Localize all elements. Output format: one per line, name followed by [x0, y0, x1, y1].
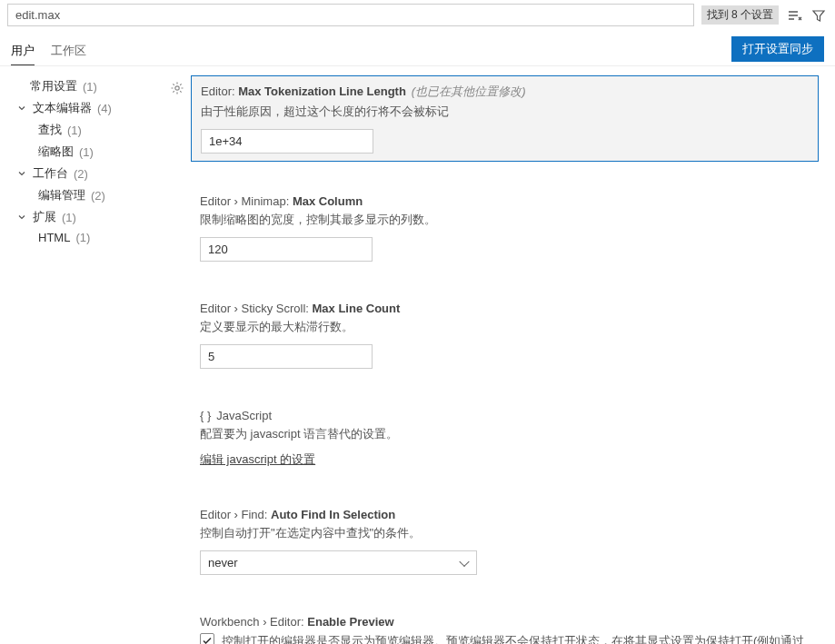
- setting-description: 由于性能原因，超过这个长度的行将不会被标记: [201, 104, 809, 120]
- max-tokenization-input[interactable]: [201, 129, 373, 154]
- braces-icon: { }: [200, 409, 211, 422]
- gear-icon[interactable]: [170, 81, 184, 162]
- minimap-max-column-input[interactable]: [200, 237, 373, 262]
- open-settings-sync-button[interactable]: 打开设置同步: [731, 36, 824, 62]
- sidebar-item-find[interactable]: 查找 (1): [0, 119, 164, 141]
- search-input[interactable]: [7, 4, 694, 26]
- setting-minimap-max-column: Editor › Minimap: Max Column 限制缩略图的宽度，控制…: [164, 187, 819, 269]
- tab-workspace[interactable]: 工作区: [51, 37, 86, 65]
- sidebar-item-extensions[interactable]: 扩展 (1): [0, 206, 164, 228]
- auto-find-select[interactable]: [200, 550, 477, 575]
- chevron-down-icon: [16, 103, 29, 114]
- enable-preview-checkbox[interactable]: [200, 633, 214, 644]
- edit-javascript-link[interactable]: 编辑 javascript 的设置: [200, 452, 315, 466]
- setting-title: Editor › Find: Auto Find In Selection: [200, 508, 810, 521]
- sticky-scroll-input[interactable]: [200, 344, 373, 369]
- setting-title: Workbench › Editor: Enable Preview: [200, 615, 810, 629]
- setting-sticky-scroll: Editor › Sticky Scroll: Max Line Count 定…: [164, 294, 819, 376]
- sidebar-item-minimap[interactable]: 缩略图 (1): [0, 141, 164, 163]
- sidebar-item-common[interactable]: 常用设置 (1): [0, 75, 164, 97]
- chevron-down-icon: [16, 212, 29, 223]
- sidebar-item-text-editor[interactable]: 文本编辑器 (4): [0, 97, 164, 119]
- setting-description: 限制缩略图的宽度，控制其最多显示的列数。: [200, 212, 810, 228]
- chevron-down-icon: [16, 168, 29, 179]
- setting-title: Editor › Minimap: Max Column: [200, 194, 810, 208]
- setting-title: Editor › Sticky Scroll: Max Line Count: [200, 302, 810, 315]
- setting-title: { } JavaScript: [200, 409, 810, 422]
- setting-javascript: { } JavaScript 配置要为 javascript 语言替代的设置。 …: [164, 401, 819, 475]
- sidebar-item-html[interactable]: HTML (1): [0, 228, 164, 247]
- svg-point-0: [175, 86, 179, 90]
- setting-auto-find: Editor › Find: Auto Find In Selection 控制…: [164, 500, 819, 582]
- sidebar-item-workbench[interactable]: 工作台 (2): [0, 163, 164, 184]
- setting-description: 控制自动打开"在选定内容中查找"的条件。: [200, 525, 810, 541]
- setting-title: Editor: Max Tokenization Line Length(也已在…: [201, 84, 809, 100]
- setting-description: 配置要为 javascript 语言替代的设置。: [200, 426, 810, 442]
- setting-description: 定义要显示的最大粘滞行数。: [200, 319, 810, 335]
- setting-enable-preview: Workbench › Editor: Enable Preview 控制打开的…: [164, 608, 819, 644]
- setting-description: 控制打开的编辑器是否显示为预览编辑器。预览编辑器不会保持打开状态，在将其显式设置…: [222, 632, 810, 644]
- result-count-badge: 找到 8 个设置: [701, 5, 779, 25]
- settings-sidebar: 常用设置 (1) 文本编辑器 (4) 查找 (1) 缩略图 (1) 工作台 (2…: [0, 66, 164, 644]
- setting-max-tokenization: Editor: Max Tokenization Line Length(也已在…: [164, 75, 819, 162]
- sidebar-item-editor-mgmt[interactable]: 编辑管理 (2): [0, 184, 164, 206]
- tab-user[interactable]: 用户: [11, 37, 35, 65]
- clear-search-icon[interactable]: [786, 6, 804, 25]
- settings-content: Editor: Max Tokenization Line Length(也已在…: [164, 66, 835, 644]
- filter-icon[interactable]: [810, 6, 828, 25]
